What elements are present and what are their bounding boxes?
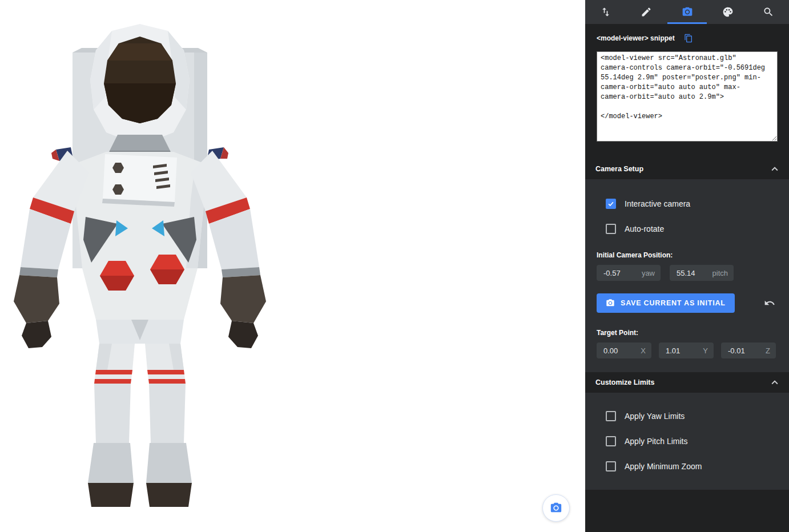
yaw-field: yaw xyxy=(597,265,661,281)
copy-snippet-button[interactable] xyxy=(684,34,693,43)
interactive-camera-checkbox[interactable] xyxy=(606,199,616,209)
apply-yaw-limits-checkbox[interactable] xyxy=(606,411,616,421)
auto-rotate-row[interactable]: Auto-rotate xyxy=(606,224,778,234)
auto-rotate-label: Auto-rotate xyxy=(625,224,664,233)
auto-rotate-checkbox[interactable] xyxy=(606,224,616,234)
target-x-suffix: X xyxy=(641,346,646,355)
panel-filler xyxy=(585,490,789,532)
save-button-label: SAVE CURRENT AS INITIAL xyxy=(621,299,726,307)
apply-pitch-limits-row[interactable]: Apply Pitch Limits xyxy=(606,436,778,446)
pitch-suffix: pitch xyxy=(712,269,728,277)
editor-panel: <model-viewer> snippet <model-viewer src… xyxy=(585,0,789,532)
target-x-field: X xyxy=(597,342,651,358)
chevron-up-icon xyxy=(768,163,781,175)
apply-yaw-limits-label: Apply Yaw Limits xyxy=(625,412,685,421)
undo-icon xyxy=(764,297,775,309)
camera-icon xyxy=(550,502,562,514)
check-icon xyxy=(607,200,615,208)
target-z-input[interactable] xyxy=(728,346,762,355)
apply-yaw-limits-row[interactable]: Apply Yaw Limits xyxy=(606,411,778,421)
undo-button[interactable] xyxy=(762,295,778,311)
initial-camera-position-label: Initial Camera Position: xyxy=(597,251,778,259)
tab-edit[interactable] xyxy=(626,0,666,24)
snippet-code-textarea[interactable]: <model-viewer src="Astronaut.glb" camera… xyxy=(597,51,778,142)
search-icon xyxy=(763,6,774,18)
app: <model-viewer> snippet <model-viewer src… xyxy=(0,0,789,532)
yaw-input[interactable] xyxy=(603,269,638,277)
screenshot-fab-button[interactable] xyxy=(542,494,570,522)
target-x-input[interactable] xyxy=(603,346,637,355)
target-z-suffix: Z xyxy=(766,346,770,355)
pitch-field: pitch xyxy=(670,265,734,281)
tab-inspector[interactable] xyxy=(748,0,789,24)
target-z-field: Z xyxy=(721,342,776,358)
copy-icon xyxy=(684,34,693,43)
swap-vertical-icon xyxy=(600,6,611,18)
tab-materials[interactable] xyxy=(707,0,748,24)
interactive-camera-label: Interactive camera xyxy=(625,199,690,208)
camera-setup-title: Camera Setup xyxy=(595,165,643,173)
camera-icon xyxy=(682,6,693,18)
save-current-as-initial-button[interactable]: SAVE CURRENT AS INITIAL xyxy=(597,293,735,313)
apply-pitch-limits-checkbox[interactable] xyxy=(606,436,616,446)
palette-icon xyxy=(722,6,734,18)
snippet-title: <model-viewer> snippet xyxy=(597,34,675,42)
editor-toolbar xyxy=(585,0,789,24)
customize-limits-header[interactable]: Customize Limits xyxy=(585,372,789,393)
snippet-section: <model-viewer> snippet <model-viewer src… xyxy=(585,24,789,159)
tab-file[interactable] xyxy=(585,0,626,24)
apply-minimum-zoom-checkbox[interactable] xyxy=(606,461,616,471)
camera-setup-content: Interactive camera Auto-rotate Initial C… xyxy=(585,179,789,372)
interactive-camera-row[interactable]: Interactive camera xyxy=(606,199,778,209)
target-y-input[interactable] xyxy=(666,346,699,355)
apply-minimum-zoom-row[interactable]: Apply Minimum Zoom xyxy=(606,461,778,471)
yaw-suffix: yaw xyxy=(642,269,655,277)
astronaut-model xyxy=(0,23,285,508)
pencil-icon xyxy=(641,6,652,18)
target-y-suffix: Y xyxy=(703,346,708,355)
customize-limits-title: Customize Limits xyxy=(595,378,655,386)
chevron-up-icon xyxy=(768,376,781,389)
apply-minimum-zoom-label: Apply Minimum Zoom xyxy=(625,462,702,471)
target-y-field: Y xyxy=(659,342,714,358)
customize-limits-content: Apply Yaw Limits Apply Pitch Limits Appl… xyxy=(585,393,789,490)
apply-pitch-limits-label: Apply Pitch Limits xyxy=(625,437,687,446)
camera-icon xyxy=(606,299,615,308)
pitch-input[interactable] xyxy=(677,269,709,277)
target-point-label: Target Point: xyxy=(597,329,778,337)
tab-camera[interactable] xyxy=(667,0,707,24)
model-viewport[interactable] xyxy=(0,0,585,532)
camera-setup-header[interactable]: Camera Setup xyxy=(585,159,789,179)
